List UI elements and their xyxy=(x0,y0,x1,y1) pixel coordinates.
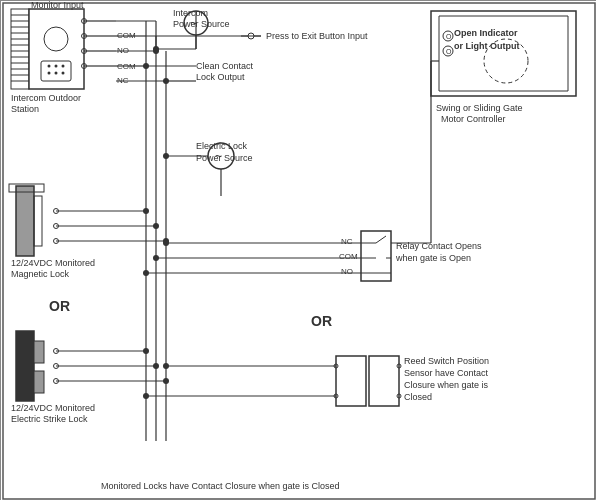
svg-text:Intercom Outdoor: Intercom Outdoor xyxy=(11,93,81,103)
monitor-input-label: Monitor Input xyxy=(31,1,84,10)
svg-point-131 xyxy=(143,393,149,399)
svg-text:Intercom: Intercom xyxy=(173,8,208,18)
svg-point-116 xyxy=(163,240,169,246)
svg-point-84 xyxy=(153,223,159,229)
svg-text:Lock Output: Lock Output xyxy=(196,72,245,82)
svg-text:OR: OR xyxy=(311,313,332,329)
svg-rect-89 xyxy=(16,331,34,401)
svg-text:O: O xyxy=(446,48,452,55)
svg-point-100 xyxy=(163,378,169,384)
svg-point-73 xyxy=(163,153,169,159)
svg-text:Power Source: Power Source xyxy=(196,153,253,163)
svg-text:NC: NC xyxy=(341,237,353,246)
svg-text:Reed Switch Position: Reed Switch Position xyxy=(404,356,489,366)
svg-text:when gate is Open: when gate is Open xyxy=(395,253,471,263)
svg-text:Closed: Closed xyxy=(404,392,432,402)
svg-point-130 xyxy=(163,363,169,369)
svg-point-117 xyxy=(153,255,159,261)
svg-text:Sensor have Contact: Sensor have Contact xyxy=(404,368,489,378)
svg-point-99 xyxy=(153,363,159,369)
svg-point-21 xyxy=(48,72,51,75)
svg-text:Magnetic Lock: Magnetic Lock xyxy=(11,269,70,279)
svg-point-118 xyxy=(143,270,149,276)
svg-point-18 xyxy=(48,65,51,68)
svg-text:Press to Exit Button Input: Press to Exit Button Input xyxy=(266,31,368,41)
svg-text:Electric Strike Lock: Electric Strike Lock xyxy=(11,414,88,424)
wiring-diagram: Monitor Input Intercom Outdoor Station C… xyxy=(0,0,596,500)
svg-point-19 xyxy=(55,65,58,68)
svg-point-22 xyxy=(55,72,58,75)
svg-point-20 xyxy=(62,65,65,68)
svg-text:Closure when gate is: Closure when gate is xyxy=(404,380,489,390)
svg-text:Power Source: Power Source xyxy=(173,19,230,29)
svg-point-23 xyxy=(62,72,65,75)
svg-text:Swing or Sliding Gate: Swing or Sliding Gate xyxy=(436,103,523,113)
svg-rect-91 xyxy=(34,371,44,393)
svg-text:Monitored Locks have Contact C: Monitored Locks have Contact Closure whe… xyxy=(101,481,340,491)
svg-point-83 xyxy=(143,208,149,214)
svg-rect-74 xyxy=(16,186,34,256)
svg-text:O: O xyxy=(446,33,452,40)
svg-text:Station: Station xyxy=(11,104,39,114)
svg-text:NO: NO xyxy=(341,267,353,276)
svg-text:12/24VDC Monitored: 12/24VDC Monitored xyxy=(11,258,95,268)
svg-rect-15 xyxy=(29,9,84,89)
svg-text:Open Indicator: Open Indicator xyxy=(454,28,518,38)
svg-text:Motor Controller: Motor Controller xyxy=(441,114,506,124)
svg-text:Electric Lock: Electric Lock xyxy=(196,141,248,151)
svg-text:COM: COM xyxy=(339,252,358,261)
svg-rect-90 xyxy=(34,341,44,363)
svg-text:Clean Contact: Clean Contact xyxy=(196,61,254,71)
svg-text:OR: OR xyxy=(49,298,70,314)
svg-text:12/24VDC Monitored: 12/24VDC Monitored xyxy=(11,403,95,413)
svg-point-98 xyxy=(143,348,149,354)
